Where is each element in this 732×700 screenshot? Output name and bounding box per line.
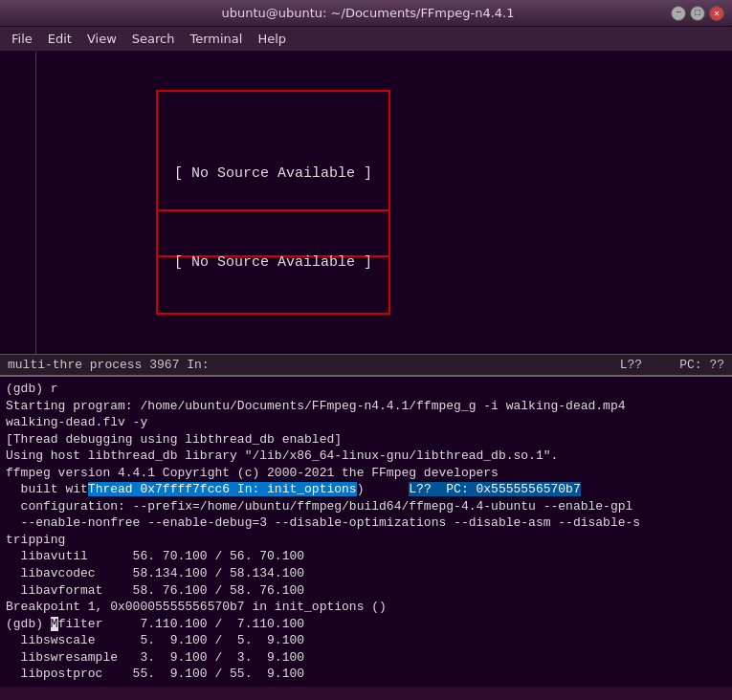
minimize-button[interactable]: − xyxy=(671,6,686,21)
term-line-1: (gdb) r xyxy=(6,381,726,398)
term-line-11: libavutil 56. 70.100 / 56. 70.100 xyxy=(6,548,726,565)
term-line-7: built witThread 0x7ffff7fcc6 In: init_op… xyxy=(6,481,726,498)
titlebar: ubuntu@ubuntu: ~/Documents/FFmpeg-n4.4.1… xyxy=(0,0,732,27)
no-source-box-2: [ No Source Available ] xyxy=(156,209,390,315)
menu-edit[interactable]: Edit xyxy=(40,30,79,48)
source-content: [ No Source Available ] [ No Source Avai… xyxy=(0,52,732,354)
term-line-15: (gdb) Mfilter 7.110.100 / 7.110.100 xyxy=(6,616,726,633)
no-source-text-1: [ No Source Available ] xyxy=(174,165,372,182)
menubar: File Edit View Search Terminal Help xyxy=(0,27,732,52)
term-line-16: libswscale 5. 9.100 / 5. 9.100 xyxy=(6,632,726,649)
no-source-text-2: [ No Source Available ] xyxy=(174,254,372,271)
term-line-14: Breakpoint 1, 0x00005555556570b7 in init… xyxy=(6,599,726,616)
term-line-5: Using host libthread_db library "/lib/x8… xyxy=(6,448,726,465)
menu-help[interactable]: Help xyxy=(250,30,294,48)
source-main: [ No Source Available ] [ No Source Avai… xyxy=(36,52,732,354)
term-line-13: libavformat 58. 76.100 / 58. 76.100 xyxy=(6,582,726,600)
term-line-8: configuration: --prefix=/home/ubuntu/ffm… xyxy=(6,498,726,515)
menu-search[interactable]: Search xyxy=(124,30,183,48)
close-button[interactable]: ✕ xyxy=(709,6,724,21)
gdb-cursor: M xyxy=(51,617,58,631)
terminal[interactable]: (gdb) r Starting program: /home/ubuntu/D… xyxy=(0,377,732,687)
term-line-3: walking-dead.flv -y xyxy=(6,414,726,431)
term-line-4: [Thread debugging using libthread_db ena… xyxy=(6,431,726,448)
source-status-right: L?? PC: ?? xyxy=(620,358,724,372)
menu-file[interactable]: File xyxy=(4,30,40,48)
term-line-18: libpostproc 55. 9.100 / 55. 9.100 xyxy=(6,666,726,683)
term-line-2: Starting program: /home/ubuntu/Documents… xyxy=(6,398,726,415)
term-line-9: --enable-nonfree --enable-debug=3 --disa… xyxy=(6,514,726,532)
maximize-button[interactable]: □ xyxy=(690,6,705,21)
thread-lpc: L?? PC: 0x5555556570b7 xyxy=(409,482,580,496)
term-line-12: libavcodec 58.134.100 / 58.134.100 xyxy=(6,565,726,582)
menu-terminal[interactable]: Terminal xyxy=(182,30,250,48)
titlebar-controls: − □ ✕ xyxy=(671,6,724,21)
source-statusbar: multi-thre process 3967 In: L?? PC: ?? xyxy=(0,354,732,375)
menu-view[interactable]: View xyxy=(79,30,124,48)
term-line-6: ffmpeg version 4.4.1 Copyright (c) 2000-… xyxy=(6,465,726,482)
term-line-10: tripping xyxy=(6,532,726,549)
source-status-left: multi-thre process 3967 In: xyxy=(8,358,210,372)
source-pane: [ No Source Available ] [ No Source Avai… xyxy=(0,52,732,377)
source-status-pc: PC: ?? xyxy=(679,358,724,372)
source-status-l: L?? xyxy=(620,358,642,372)
left-gutter xyxy=(0,52,36,354)
term-line-17: libswresample 3. 9.100 / 3. 9.100 xyxy=(6,649,726,667)
thread-highlight: Thread 0x7ffff7fcc6 In: init_options xyxy=(88,482,357,496)
titlebar-title: ubuntu@ubuntu: ~/Documents/FFmpeg-n4.4.1 xyxy=(65,6,671,20)
